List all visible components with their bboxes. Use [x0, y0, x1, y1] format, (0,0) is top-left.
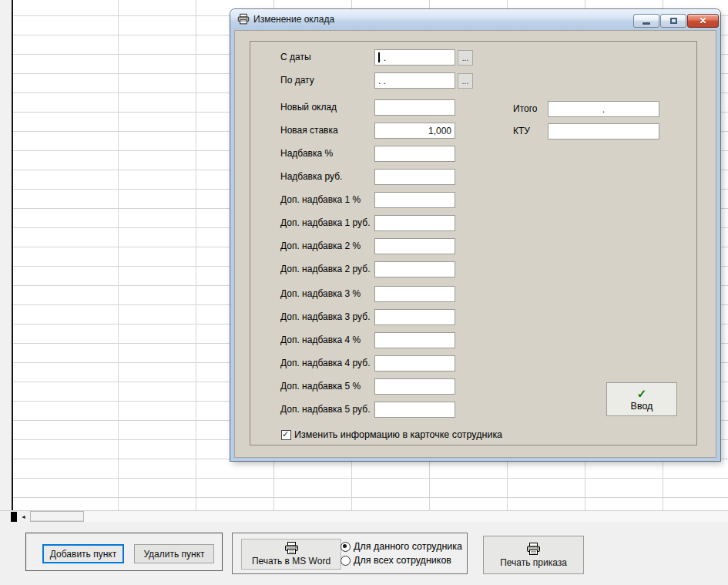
scroll-left-icon: ◄ — [21, 514, 26, 519]
field-label: Доп. надбавка 5 руб. — [280, 404, 370, 415]
field-label: Новая ставка — [280, 125, 338, 136]
field-input[interactable] — [374, 261, 455, 277]
update-card-checkbox-row: Изменить информацию в карточке сотрудник… — [281, 429, 502, 440]
dialog-printer-icon — [237, 13, 250, 25]
close-icon: ✕ — [699, 16, 706, 25]
field-input[interactable] — [374, 309, 455, 325]
app-window: ◄ Добавить пункт Удалить пункт Печат — [0, 0, 728, 585]
minimize-icon — [642, 22, 650, 25]
update-card-checkbox[interactable] — [281, 430, 291, 440]
field-label: Новый оклад — [280, 102, 337, 113]
maximize-icon — [670, 18, 677, 24]
field-label: Доп. надбавка 2 руб. — [280, 264, 370, 274]
field-input[interactable] — [548, 123, 659, 140]
bottom-toolbar: Добавить пункт Удалить пункт Печать в MS… — [0, 523, 728, 585]
dialog-titlebar[interactable]: Изменение оклада ✕ — [230, 9, 720, 30]
field-input[interactable] — [374, 169, 455, 185]
update-card-checkbox-label: Изменить информацию в карточке сотрудник… — [294, 429, 502, 440]
dialog-client-area: С даты...По дату...Новый окладНовая став… — [234, 30, 716, 458]
close-button[interactable]: ✕ — [687, 14, 719, 28]
field-input[interactable] — [374, 192, 455, 208]
print-order-button[interactable]: Печать приказа — [483, 536, 584, 574]
horizontal-scrollbar[interactable]: ◄ — [0, 511, 728, 523]
field-label: Надбавка % — [280, 148, 333, 159]
field-label: Доп. надбавка 2 % — [280, 240, 361, 251]
scrollbar-track[interactable] — [17, 511, 728, 522]
field-input[interactable] — [374, 49, 455, 66]
scroll-left-button[interactable]: ◄ — [17, 511, 30, 522]
salary-change-dialog: Изменение оклада ✕ С даты...По дату...Но… — [230, 9, 720, 461]
field-input[interactable] — [374, 286, 455, 302]
date-picker-button[interactable]: ... — [458, 50, 473, 66]
date-picker-button[interactable]: ... — [458, 73, 473, 89]
print-word-button[interactable]: Печать в MS Word — [241, 539, 341, 570]
print-scope-radio-option[interactable]: Для всех сотрудников — [341, 555, 451, 566]
maximize-button[interactable] — [660, 14, 686, 28]
dialog-title: Изменение оклада — [253, 9, 334, 30]
field-label: КТУ — [513, 126, 530, 136]
field-input[interactable] — [374, 215, 455, 231]
field-label: С даты — [280, 52, 311, 62]
field-label: По дату — [280, 75, 314, 86]
enter-button[interactable]: ✓ Ввод — [606, 382, 677, 416]
minimize-button[interactable] — [633, 14, 659, 28]
field-input[interactable] — [374, 146, 455, 162]
green-check-icon: ✓ — [637, 388, 647, 399]
radio-label: Для данного сотрудника — [354, 541, 462, 552]
radio-button-icon[interactable] — [341, 542, 351, 552]
field-input[interactable] — [374, 332, 455, 348]
delete-item-button[interactable]: Удалить пункт — [134, 544, 214, 563]
radio-label: Для всех сотрудников — [354, 555, 451, 566]
field-label: Надбавка руб. — [280, 171, 342, 182]
text-caret — [378, 52, 380, 62]
print-word-label: Печать в MS Word — [252, 556, 330, 567]
print-word-group: Печать в MS Word Для данного сотрудникаД… — [232, 533, 468, 574]
scrollbar-corner — [11, 512, 17, 522]
field-label: Доп. надбавка 3 руб. — [280, 311, 370, 322]
field-label: Доп. надбавка 3 % — [280, 288, 361, 299]
printer-icon — [284, 542, 299, 555]
field-input[interactable] — [374, 355, 455, 372]
field-label: Доп. надбавка 5 % — [280, 381, 361, 392]
enter-button-label: Ввод — [631, 401, 653, 412]
print-scope-radio-option[interactable]: Для данного сотрудника — [341, 541, 462, 552]
scrollbar-thumb[interactable] — [30, 511, 84, 522]
field-input[interactable] — [374, 123, 455, 139]
add-item-button[interactable]: Добавить пункт — [42, 544, 124, 563]
field-input[interactable] — [374, 378, 455, 395]
field-label: Доп. надбавка 4 руб. — [280, 358, 370, 368]
print-order-label: Печать приказа — [500, 557, 567, 568]
field-label: Доп. надбавка 1 % — [280, 194, 361, 205]
field-input[interactable] — [374, 238, 455, 254]
field-input[interactable] — [374, 402, 455, 418]
field-label: Доп. надбавка 4 % — [280, 335, 361, 345]
radio-button-icon[interactable] — [341, 556, 351, 566]
field-input[interactable] — [374, 72, 455, 89]
field-input[interactable] — [548, 101, 659, 117]
field-input[interactable] — [374, 99, 455, 116]
field-label: Итого — [513, 103, 537, 114]
printer-icon — [526, 543, 541, 556]
field-label: Доп. надбавка 1 руб. — [280, 217, 370, 228]
